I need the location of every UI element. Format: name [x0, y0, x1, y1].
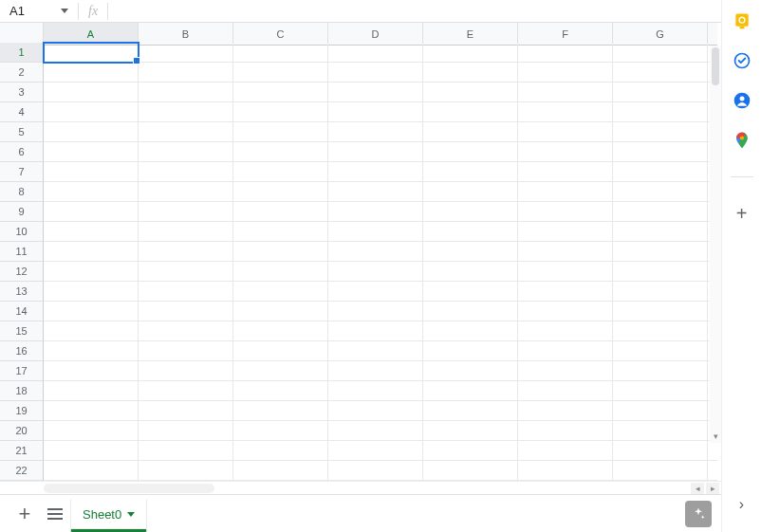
- cell[interactable]: [44, 162, 139, 182]
- cell[interactable]: [328, 142, 423, 162]
- cell[interactable]: [423, 341, 518, 361]
- cell[interactable]: [518, 302, 613, 321]
- cell[interactable]: [613, 321, 708, 341]
- cell[interactable]: [613, 262, 708, 282]
- cell[interactable]: [613, 222, 708, 242]
- scroll-right-arrow[interactable]: ▸: [706, 483, 719, 494]
- cell[interactable]: [139, 202, 233, 222]
- cell[interactable]: [423, 361, 518, 381]
- cell[interactable]: [139, 381, 233, 401]
- cell[interactable]: [613, 43, 708, 63]
- cell[interactable]: [44, 441, 139, 461]
- cell[interactable]: [518, 282, 613, 302]
- cell[interactable]: [44, 321, 139, 341]
- cell[interactable]: [518, 63, 613, 83]
- cell[interactable]: [613, 122, 708, 142]
- cell[interactable]: [518, 162, 613, 182]
- cell[interactable]: [613, 441, 708, 461]
- cell[interactable]: [328, 341, 423, 361]
- cell[interactable]: [518, 202, 613, 222]
- cell[interactable]: [613, 142, 708, 162]
- cell[interactable]: [328, 461, 423, 481]
- cell[interactable]: [613, 421, 708, 441]
- cell[interactable]: [328, 262, 423, 282]
- all-sheets-button[interactable]: [40, 499, 70, 529]
- cell[interactable]: [423, 63, 518, 83]
- cell[interactable]: [613, 242, 708, 262]
- explore-button[interactable]: [685, 501, 712, 527]
- cell[interactable]: [233, 461, 328, 481]
- cell[interactable]: [518, 43, 613, 63]
- cell[interactable]: [44, 421, 139, 441]
- cell[interactable]: [139, 461, 233, 481]
- cell[interactable]: [518, 421, 613, 441]
- cell[interactable]: [44, 63, 139, 83]
- cell[interactable]: [328, 302, 423, 321]
- cell[interactable]: [423, 142, 518, 162]
- horizontal-scrollbar[interactable]: [44, 484, 214, 493]
- cell[interactable]: [233, 361, 328, 381]
- cell[interactable]: [44, 122, 139, 142]
- cell[interactable]: [328, 63, 423, 83]
- cell[interactable]: [233, 122, 328, 142]
- cell[interactable]: [518, 381, 613, 401]
- cell[interactable]: [44, 401, 139, 421]
- cell[interactable]: [423, 421, 518, 441]
- cell[interactable]: [518, 441, 613, 461]
- collapse-panel-button[interactable]: ›: [739, 496, 744, 513]
- cell[interactable]: [44, 461, 139, 481]
- cell[interactable]: [44, 102, 139, 122]
- row-header[interactable]: 19: [0, 401, 44, 421]
- cell[interactable]: [423, 242, 518, 262]
- cell[interactable]: [518, 461, 613, 481]
- cell[interactable]: [44, 341, 139, 361]
- row-header[interactable]: 10: [0, 222, 44, 242]
- row-header[interactable]: 16: [0, 341, 44, 361]
- row-header[interactable]: 11: [0, 242, 44, 262]
- cell[interactable]: [423, 222, 518, 242]
- cell[interactable]: [423, 102, 518, 122]
- keep-icon[interactable]: [733, 11, 752, 30]
- row-header[interactable]: 21: [0, 441, 44, 461]
- cell[interactable]: [44, 361, 139, 381]
- cell[interactable]: [518, 401, 613, 421]
- cell[interactable]: [518, 262, 613, 282]
- cell[interactable]: [613, 361, 708, 381]
- cell[interactable]: [423, 182, 518, 202]
- row-header[interactable]: 9: [0, 202, 44, 222]
- cell[interactable]: [613, 282, 708, 302]
- cell[interactable]: [233, 202, 328, 222]
- cell[interactable]: [233, 262, 328, 282]
- cell[interactable]: [328, 122, 423, 142]
- row-header[interactable]: 15: [0, 321, 44, 341]
- cell[interactable]: [233, 401, 328, 421]
- cell[interactable]: [613, 102, 708, 122]
- cell[interactable]: [44, 43, 139, 63]
- cell[interactable]: [613, 63, 708, 83]
- cell[interactable]: [233, 421, 328, 441]
- cell[interactable]: [613, 401, 708, 421]
- cell[interactable]: [233, 162, 328, 182]
- cell[interactable]: [423, 83, 518, 102]
- row-header[interactable]: 6: [0, 142, 44, 162]
- cell[interactable]: [233, 441, 328, 461]
- cell[interactable]: [139, 102, 233, 122]
- cell[interactable]: [139, 401, 233, 421]
- maps-icon[interactable]: [733, 131, 752, 150]
- cell[interactable]: [233, 222, 328, 242]
- cell[interactable]: [233, 102, 328, 122]
- cell[interactable]: [613, 381, 708, 401]
- cell[interactable]: [613, 162, 708, 182]
- cell[interactable]: [233, 63, 328, 83]
- row-header[interactable]: 7: [0, 162, 44, 182]
- cell[interactable]: [518, 83, 613, 102]
- row-header[interactable]: 5: [0, 122, 44, 142]
- get-addons-button[interactable]: +: [736, 204, 748, 223]
- cell[interactable]: [44, 282, 139, 302]
- formula-input[interactable]: [114, 0, 721, 22]
- cell[interactable]: [139, 222, 233, 242]
- cell[interactable]: [139, 302, 233, 321]
- cell[interactable]: [708, 441, 717, 461]
- cell[interactable]: [44, 222, 139, 242]
- cell[interactable]: [423, 401, 518, 421]
